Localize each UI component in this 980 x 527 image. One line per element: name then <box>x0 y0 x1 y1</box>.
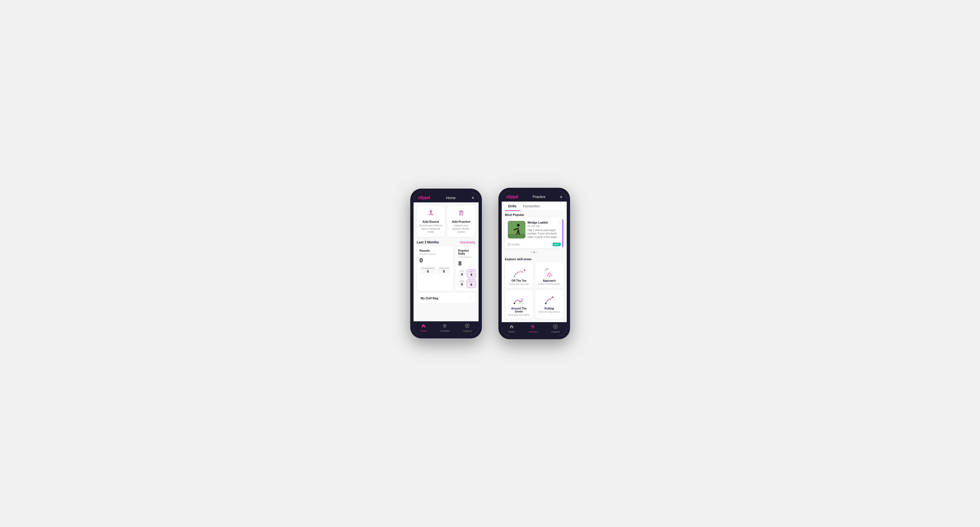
menu-icon[interactable]: ≡ <box>472 195 474 200</box>
most-popular-label: Most Popular <box>502 211 567 218</box>
nav-activities-2[interactable]: Activities <box>528 324 538 333</box>
capture-nav-icon <box>465 324 469 329</box>
svg-point-42 <box>554 298 554 299</box>
home-content: Add Round Record your shots in fast or e… <box>414 202 479 321</box>
ott-value: 0 <box>460 272 464 276</box>
stats-header: Last 3 Months View Activity <box>414 239 479 246</box>
add-round-icon <box>427 209 435 218</box>
featured-card[interactable]: Wedge Ladder ☆ 50-100 yds Play 1 shot at… <box>505 218 563 249</box>
header-title-home: Home <box>446 196 456 200</box>
practice-value: 0 <box>439 269 449 273</box>
approach-name: Approach <box>543 279 556 282</box>
svg-point-9 <box>444 325 445 326</box>
tabs-row: Drills Favourites <box>502 202 567 211</box>
svg-point-28 <box>547 268 549 269</box>
svg-point-41 <box>552 296 553 297</box>
rounds-sub-grid: Tournament 0 Practice 0 <box>420 266 451 275</box>
svg-point-20 <box>524 270 525 271</box>
rounds-title: Rounds <box>420 249 451 252</box>
featured-thumbnail <box>508 221 525 238</box>
nav-activities[interactable]: Activities <box>440 324 450 332</box>
svg-point-21 <box>522 271 523 273</box>
svg-marker-35 <box>522 298 523 300</box>
arg-value: 0 <box>460 282 464 286</box>
activities-nav-label-2: Activities <box>528 330 538 333</box>
nav-home-2[interactable]: Home <box>508 324 515 333</box>
nav-capture[interactable]: Capture <box>463 324 472 332</box>
app-logo: clippd <box>418 195 430 200</box>
skill-around-green[interactable]: Around The Green Hone your short game <box>505 290 533 319</box>
featured-desc: Play 1 shot at each target yardage. If y… <box>528 229 561 239</box>
golf-bag-row[interactable]: My Golf Bag › <box>417 293 475 303</box>
putting-desc: Make and lag practice <box>538 311 560 313</box>
rounds-total: 0 <box>420 257 451 264</box>
rounds-capture-label: Rounds Capture <box>420 253 451 255</box>
svg-point-38 <box>550 298 551 300</box>
rounds-col: Rounds Rounds Capture 0 Tournament 0 Pra… <box>417 246 453 291</box>
svg-point-43 <box>554 300 555 301</box>
app-badge: APP <box>553 243 560 246</box>
svg-point-45 <box>532 326 533 327</box>
add-practice-card[interactable]: Add Practice Capture your practice off-t… <box>447 206 475 237</box>
featured-info: Wedge Ladder ☆ 50-100 yds Play 1 shot at… <box>528 221 561 239</box>
around-green-name: Around The Green <box>508 307 530 313</box>
bottom-nav-practice: Home Activities <box>502 322 567 336</box>
capture-nav-label-2: Capture <box>551 330 560 333</box>
activities-nav-icon <box>442 324 447 329</box>
tab-drills[interactable]: Drills <box>505 202 520 211</box>
practice-item: Practice 0 <box>438 266 450 275</box>
skill-putting[interactable]: Putting Make and lag practice <box>535 290 563 319</box>
add-practice-icon <box>457 209 465 218</box>
skill-off-the-tee[interactable]: Off The Tee Power and accuracy <box>505 262 533 288</box>
svg-point-17 <box>517 224 520 227</box>
add-round-card[interactable]: Add Round Record your shots in fast or e… <box>417 206 445 237</box>
shots-label: 9 shots <box>508 243 520 246</box>
svg-rect-16 <box>508 234 525 238</box>
featured-footer: 9 shots APP <box>505 241 563 248</box>
chevron-right-icon: › <box>470 296 471 300</box>
tab-favourites[interactable]: Favourites <box>520 202 543 211</box>
ott-item: OTT 0 <box>458 269 466 278</box>
putting-name: Putting <box>544 307 554 310</box>
drills-sub-grid: OTT 0 APP 4 ARG 0 PUTT 4 <box>458 269 476 288</box>
svg-point-32 <box>519 301 520 302</box>
svg-point-30 <box>514 303 515 304</box>
svg-point-25 <box>549 276 550 277</box>
capture-nav-label: Capture <box>463 330 472 332</box>
home-nav-icon-2 <box>509 324 514 330</box>
approach-desc: Dial-in to hit the green <box>538 283 560 285</box>
home-nav-icon <box>421 324 426 329</box>
add-practice-subtitle: Capture your practice off-the-course <box>449 224 473 234</box>
nav-home[interactable]: Home <box>420 324 427 332</box>
tournament-label: Tournament <box>421 267 435 269</box>
featured-subtitle: 50-100 yds <box>528 225 561 227</box>
action-cards-row: Add Round Record your shots in fast or e… <box>414 202 479 239</box>
golf-bag-label: My Golf Bag <box>421 297 438 300</box>
phone-home: clippd Home ≡ Ad <box>410 189 482 338</box>
putt-value: 4 <box>469 283 474 287</box>
around-green-icon <box>512 293 526 305</box>
nav-capture-2[interactable]: Capture <box>551 324 560 333</box>
dots-row <box>502 251 567 255</box>
svg-point-19 <box>508 243 510 246</box>
svg-point-36 <box>545 303 546 304</box>
around-green-desc: Hone your short game <box>508 314 530 316</box>
off-the-tee-icon <box>512 265 526 278</box>
putt-item: PUTT 4 <box>467 279 476 288</box>
menu-icon-2[interactable]: ≡ <box>560 195 562 199</box>
view-activity-link[interactable]: View Activity <box>460 241 475 244</box>
shots-count: 9 shots <box>512 243 520 246</box>
dot-2 <box>533 252 535 253</box>
skill-approach[interactable]: Approach Dial-in to hit the green <box>535 262 563 288</box>
svg-point-37 <box>547 300 549 301</box>
app-logo-2: clippd <box>506 194 518 199</box>
arg-label: ARG <box>460 280 464 282</box>
practice-label: Practice <box>439 267 449 269</box>
arg-item: ARG 0 <box>458 279 466 288</box>
svg-point-26 <box>545 270 546 271</box>
dot-1 <box>531 252 532 253</box>
putt-label: PUTT <box>469 281 474 283</box>
star-icon[interactable]: ☆ <box>558 221 561 225</box>
drills-total: 8 <box>458 260 476 267</box>
featured-title: Wedge Ladder <box>528 221 549 224</box>
